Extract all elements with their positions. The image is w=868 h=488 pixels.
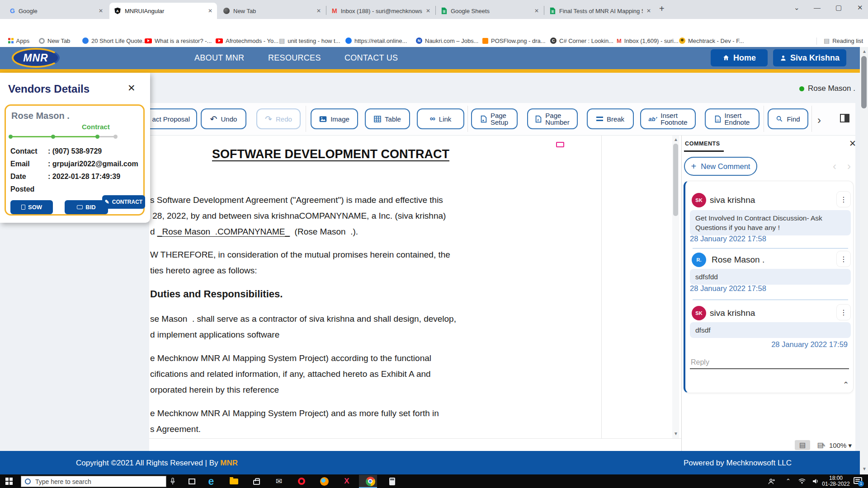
task-view-icon[interactable] bbox=[186, 476, 197, 487]
window-maximize-button[interactable]: ▢ bbox=[835, 4, 842, 12]
web-layout-icon[interactable]: ▤✎ bbox=[814, 440, 829, 450]
tab-close-icon[interactable]: ✕ bbox=[208, 8, 212, 14]
insert-footnote-button[interactable]: ab’ InsertFootnote bbox=[640, 108, 696, 129]
tab-google[interactable]: G Google ✕ bbox=[5, 3, 108, 19]
undo-button[interactable]: ↶ Undo bbox=[201, 108, 246, 129]
browser-scrollbar-thumb[interactable] bbox=[861, 56, 867, 108]
window-minimize-button[interactable]: — bbox=[814, 4, 821, 11]
document-scrollbar-thumb[interactable] bbox=[673, 144, 678, 216]
side-panel-toggle-icon[interactable] bbox=[840, 114, 849, 122]
firefox-icon[interactable] bbox=[317, 476, 331, 487]
link-button[interactable]: ∞ Link bbox=[417, 108, 464, 129]
comment-marker[interactable] bbox=[556, 142, 564, 147]
bookmark-afrotechmods[interactable]: Afrotechmods - Yo... bbox=[216, 36, 278, 45]
tab-google-sheets[interactable]: Google Sheets ✕ bbox=[437, 3, 543, 19]
home-button[interactable]: Home bbox=[711, 49, 768, 66]
file-explorer-icon[interactable] bbox=[227, 476, 241, 487]
opera-icon[interactable] bbox=[295, 476, 308, 487]
page-number-button[interactable]: # PageNumber bbox=[527, 108, 578, 129]
chrome-icon[interactable] bbox=[363, 476, 377, 487]
bookmark-resistor-video[interactable]: What is a resistor? -... bbox=[145, 36, 212, 45]
site-favicon bbox=[345, 38, 352, 44]
insert-endnote-button[interactable]: (i) InsertEndnote bbox=[705, 108, 760, 129]
scroll-down-icon[interactable]: ▼ bbox=[674, 431, 678, 436]
zoom-control[interactable]: 100% ▾ bbox=[829, 441, 852, 450]
redo-button[interactable]: ↷ Redo bbox=[256, 108, 301, 129]
vendors-panel-close-icon[interactable]: ✕ bbox=[127, 83, 136, 94]
comments-prev-icon[interactable]: ‹ bbox=[833, 160, 836, 173]
microphone-icon[interactable] bbox=[168, 476, 177, 487]
comment-menu-button[interactable]: ⋮ bbox=[836, 304, 851, 320]
x-app-icon[interactable]: X bbox=[340, 476, 354, 487]
edge-icon[interactable]: e bbox=[204, 476, 218, 487]
volume-icon[interactable] bbox=[810, 476, 821, 487]
print-layout-icon[interactable]: ▤ bbox=[795, 440, 810, 450]
break-button[interactable]: Break bbox=[587, 108, 634, 129]
new-comment-button[interactable]: + New Comment bbox=[684, 157, 757, 176]
contract-button[interactable]: ✎CONTRACT bbox=[102, 195, 145, 209]
mail-icon[interactable]: ✉ bbox=[272, 476, 286, 487]
comment-menu-button[interactable]: ⋮ bbox=[836, 191, 851, 207]
table-button[interactable]: Table bbox=[365, 108, 410, 129]
bookmark-naukri[interactable]: N Naukri.com – Jobs... bbox=[416, 36, 479, 45]
sow-button[interactable]: SOW bbox=[10, 200, 53, 214]
scroll-up-icon[interactable]: ▲ bbox=[862, 49, 867, 54]
calculator-icon[interactable] bbox=[385, 476, 399, 487]
bookmark-unit-testing[interactable]: ▤ unit testing - how t... bbox=[279, 36, 340, 45]
bookmark-posflow[interactable]: POSFlow.png - dra... bbox=[482, 36, 546, 45]
taskbar-search[interactable] bbox=[21, 476, 166, 487]
tab-final-tests-sheet[interactable]: Final Tests of MNR AI Mapping S ✕ bbox=[545, 3, 656, 19]
comments-close-icon[interactable]: ✕ bbox=[849, 138, 855, 149]
bookmark-new-tab[interactable]: New Tab bbox=[39, 36, 70, 45]
store-icon[interactable] bbox=[250, 476, 263, 487]
bookmark-mechtrack[interactable]: Mechtrack - Dev - F... bbox=[679, 36, 744, 45]
toolbar-overflow-chevron-icon[interactable]: › bbox=[817, 114, 821, 127]
tab-close-icon[interactable]: ✕ bbox=[646, 8, 651, 14]
reply-input[interactable] bbox=[690, 357, 849, 369]
window-close-button[interactable]: ✕ bbox=[857, 4, 863, 12]
progress-dot[interactable] bbox=[51, 135, 55, 139]
tray-expand-chevron-icon[interactable]: ⌃ bbox=[786, 478, 791, 484]
new-tab-button[interactable]: + bbox=[659, 4, 665, 14]
footer-brand-link[interactable]: MNR bbox=[220, 459, 238, 467]
bookmark-inbox[interactable]: M Inbox (1,609) - suri... bbox=[617, 36, 679, 45]
find-button[interactable]: Find bbox=[768, 108, 808, 129]
search-input[interactable] bbox=[35, 478, 144, 485]
tab-close-icon[interactable]: ✕ bbox=[99, 8, 103, 14]
collapse-chevron-icon[interactable]: ⌃ bbox=[843, 380, 849, 389]
nav-about-mnr[interactable]: ABOUT MNR bbox=[194, 53, 244, 63]
mnr-logo[interactable]: MNR bbox=[12, 48, 60, 68]
scroll-down-icon[interactable]: ▼ bbox=[862, 466, 867, 471]
browser-scrollbar[interactable]: ▲ ▼ bbox=[860, 47, 868, 474]
tab-close-icon[interactable]: ✕ bbox=[534, 8, 539, 14]
nav-contact-us[interactable]: CONTACT US bbox=[344, 53, 398, 63]
tab-new-tab[interactable]: New Tab ✕ bbox=[219, 3, 326, 19]
progress-dot[interactable] bbox=[95, 135, 99, 139]
tab-close-icon[interactable]: ✕ bbox=[316, 8, 321, 14]
notification-badge: 1 bbox=[858, 481, 864, 487]
tab-mnruiangular[interactable]: A MNRUIAngular ✕ bbox=[109, 3, 217, 19]
comment-menu-button[interactable]: ⋮ bbox=[836, 251, 851, 267]
progress-dot[interactable] bbox=[9, 135, 13, 139]
bookmark-csharp-corner[interactable]: C C# Corner : Lookin... bbox=[550, 36, 613, 45]
taskbar-clock[interactable]: 18:00 01-28-2022 bbox=[821, 475, 851, 487]
nav-resources[interactable]: RESOURCES bbox=[268, 53, 321, 63]
progress-dot[interactable] bbox=[113, 135, 118, 139]
bid-button[interactable]: BID bbox=[65, 200, 108, 214]
reading-list-button[interactable]: ▤ Reading list bbox=[824, 36, 863, 45]
tab-close-icon[interactable]: ✕ bbox=[426, 8, 430, 14]
user-button[interactable]: Siva Krishna bbox=[773, 49, 846, 66]
comments-next-icon[interactable]: › bbox=[847, 160, 851, 173]
image-button[interactable]: Image bbox=[311, 108, 358, 129]
bookmark-quotes[interactable]: 20 Short Life Quote... bbox=[82, 36, 147, 45]
tab-gmail-inbox[interactable]: M Inbox (188) - suri@mechknowsof ✕ bbox=[327, 3, 435, 19]
contract-proposal-button[interactable]: act Proposal bbox=[149, 108, 197, 129]
bookmark-apps[interactable]: Apps bbox=[8, 36, 29, 45]
wifi-icon[interactable] bbox=[797, 476, 807, 487]
page-setup-button[interactable]: PageSetup bbox=[471, 108, 518, 129]
scroll-up-icon[interactable]: ▲ bbox=[674, 137, 678, 142]
start-button[interactable] bbox=[5, 478, 13, 485]
profile-caret-icon[interactable]: ⌄ bbox=[794, 4, 800, 12]
bookmark-retail-online[interactable]: https://retail.online... bbox=[345, 36, 407, 45]
people-icon[interactable] bbox=[766, 476, 778, 487]
